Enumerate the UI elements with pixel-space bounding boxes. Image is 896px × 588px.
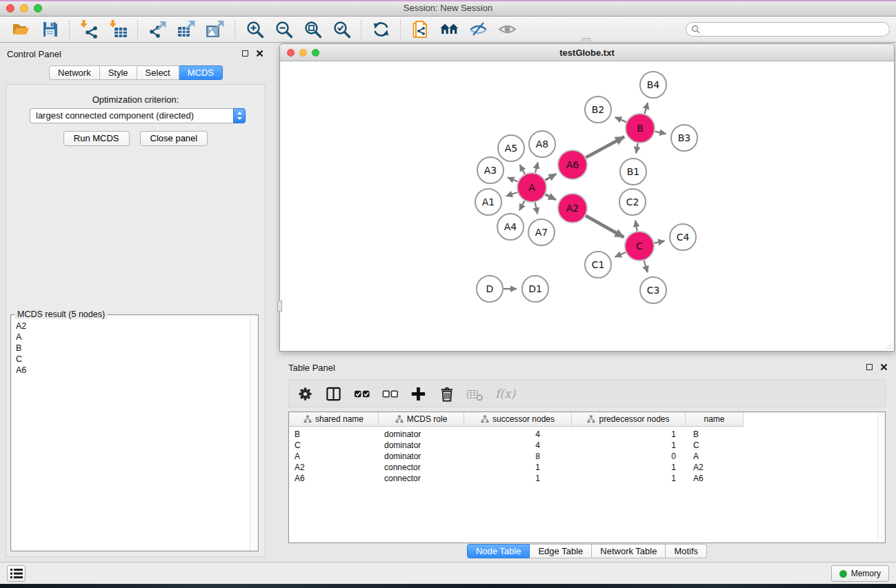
export-network-button[interactable]	[148, 20, 167, 39]
node-table[interactable]: shared nameMCDS rolesuccessor nodesprede…	[288, 412, 886, 543]
node-B3[interactable]: B3	[671, 125, 697, 151]
edge-B-B4[interactable]	[644, 103, 648, 114]
node-B[interactable]: B	[626, 114, 655, 143]
network-window-titlebar[interactable]: testGlobe.txt	[280, 44, 894, 61]
edge-A-A5[interactable]	[520, 165, 525, 174]
node-C2[interactable]: C2	[619, 189, 646, 215]
node-A7[interactable]: A7	[528, 219, 555, 245]
edge-C-C2[interactable]	[635, 221, 637, 232]
node-D1[interactable]: D1	[522, 276, 548, 302]
edge-A2-C[interactable]	[586, 216, 624, 237]
save-session-button[interactable]	[40, 20, 59, 39]
edge-A-A3[interactable]	[508, 177, 518, 181]
edge-A-A1[interactable]	[506, 192, 518, 196]
edge-B-B3[interactable]	[655, 132, 666, 134]
table-row[interactable]: A2connector11A2	[289, 462, 885, 473]
node-C1[interactable]: C1	[585, 252, 611, 278]
float-panel-icon[interactable]	[242, 50, 248, 57]
mcds-result-item[interactable]: A2	[16, 321, 257, 332]
edge-B-B2[interactable]	[615, 117, 626, 122]
select-all-button[interactable]	[352, 385, 370, 403]
zoom-selected-button[interactable]	[332, 20, 351, 39]
close-window-button[interactable]	[6, 4, 14, 12]
table-row[interactable]: A6connector11A6	[289, 473, 885, 484]
mcds-result-item[interactable]: B	[16, 343, 257, 354]
minimize-network-window-button[interactable]	[299, 49, 307, 57]
edge-C-C4[interactable]	[655, 241, 665, 243]
delete-row-button[interactable]	[437, 385, 455, 403]
show-all-button[interactable]	[497, 20, 517, 39]
table-scrollbar-track[interactable]	[877, 412, 885, 543]
column-header-successor-nodes[interactable]: successor nodes	[464, 412, 572, 427]
new-network-from-selection-button[interactable]	[410, 20, 430, 39]
tab-style[interactable]: Style	[100, 65, 137, 80]
tab-select[interactable]: Select	[137, 65, 179, 80]
deselect-all-button[interactable]	[381, 385, 399, 403]
delete-table-button[interactable]	[466, 385, 484, 403]
node-A4[interactable]: A4	[497, 214, 524, 240]
zoom-network-window-button[interactable]	[312, 49, 319, 57]
zoom-out-button[interactable]	[274, 20, 293, 39]
node-A3[interactable]: A3	[477, 157, 504, 183]
tab-mcds[interactable]: MCDS	[179, 65, 223, 80]
network-graph[interactable]: B4B2BB3A8A5A6A3B1AA1C2A2A4A7C4CC1DD1C3	[280, 62, 894, 351]
column-header-predecessor-nodes[interactable]: predecessor nodes	[572, 412, 686, 427]
refresh-button[interactable]	[371, 20, 390, 39]
table-row[interactable]: Cdominator41C	[289, 440, 885, 451]
edge-C-C3[interactable]	[644, 261, 648, 272]
zoom-in-button[interactable]	[245, 20, 264, 39]
edge-A-A8[interactable]	[535, 162, 538, 172]
edge-A-A4[interactable]	[519, 201, 525, 210]
float-panel-icon[interactable]	[866, 364, 873, 370]
minimize-window-button[interactable]	[20, 4, 28, 12]
node-B4[interactable]: B4	[640, 72, 666, 98]
add-row-button[interactable]	[409, 385, 427, 403]
zoom-fit-button[interactable]	[303, 20, 322, 39]
splitter-handle[interactable]	[582, 38, 590, 43]
tab-edge-table[interactable]: Edge Table	[530, 544, 592, 558]
tab-network-table[interactable]: Network Table	[592, 544, 666, 558]
table-settings-button[interactable]	[296, 385, 314, 403]
node-C4[interactable]: C4	[670, 224, 696, 250]
optimization-criterion-select[interactable]: largest connected component (directed)	[30, 108, 246, 123]
column-header-name[interactable]: name	[686, 412, 744, 427]
node-C3[interactable]: C3	[640, 277, 666, 303]
mcds-result-item[interactable]: A6	[16, 365, 257, 376]
import-table-button[interactable]	[108, 20, 128, 39]
task-history-button[interactable]	[7, 565, 26, 582]
tab-motifs[interactable]: Motifs	[666, 544, 707, 558]
node-A1[interactable]: A1	[475, 189, 501, 215]
open-session-button[interactable]	[11, 20, 30, 39]
function-builder-button[interactable]: f(x)	[494, 385, 515, 403]
tab-node-table[interactable]: Node Table	[467, 544, 530, 558]
mcds-result-item[interactable]: C	[16, 354, 257, 365]
mcds-result-list[interactable]: A2ABCA6	[12, 316, 257, 550]
import-network-button[interactable]	[79, 20, 99, 39]
edge-C-C1[interactable]	[615, 252, 626, 257]
node-B2[interactable]: B2	[585, 97, 611, 123]
table-row[interactable]: Adominator80A	[289, 451, 885, 462]
tab-network[interactable]: Network	[49, 65, 100, 80]
export-image-button[interactable]	[206, 20, 225, 39]
mcds-result-item[interactable]: A	[16, 332, 257, 343]
column-header-MCDS-role[interactable]: MCDS role	[379, 412, 464, 427]
table-row[interactable]: Bdominator41B	[289, 429, 885, 440]
scrollbar-track[interactable]	[250, 316, 257, 550]
close-panel-icon[interactable]	[880, 363, 888, 371]
node-C[interactable]: C	[625, 232, 654, 261]
export-table-button[interactable]	[177, 20, 196, 39]
run-mcds-button[interactable]: Run MCDS	[63, 131, 130, 146]
node-A5[interactable]: A5	[498, 135, 524, 161]
node-A2[interactable]: A2	[558, 194, 587, 223]
search-input[interactable]	[700, 24, 884, 35]
resize-grip-icon[interactable]	[884, 341, 893, 350]
node-D[interactable]: D	[477, 276, 503, 302]
memory-button[interactable]: Memory	[831, 565, 889, 582]
edge-A-A7[interactable]	[535, 203, 538, 214]
hide-selected-button[interactable]	[468, 20, 488, 39]
edge-B-B1[interactable]	[636, 143, 637, 154]
close-network-window-button[interactable]	[287, 49, 295, 57]
node-A[interactable]: A	[517, 173, 546, 202]
column-header-shared-name[interactable]: shared name	[289, 412, 379, 427]
edge-A-A6[interactable]	[545, 174, 556, 180]
